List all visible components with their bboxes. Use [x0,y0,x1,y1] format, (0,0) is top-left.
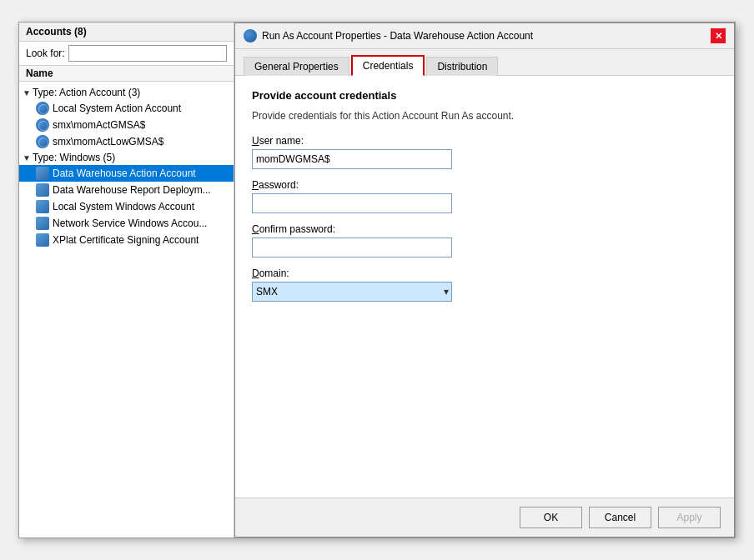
password-group: Password: [252,179,717,213]
list-item[interactable]: Data Warehouse Report Deploym... [19,182,234,198]
confirm-password-input[interactable] [252,238,452,258]
tab-general-properties[interactable]: General Properties [244,57,349,76]
password-label: Password: [252,179,717,191]
list-item[interactable]: XPlat Certificate Signing Account [19,232,234,248]
domain-group: Domain: SMX [252,268,717,302]
cancel-button[interactable]: Cancel [589,507,651,528]
globe-icon [36,102,49,115]
dialog-buttons: OK Cancel Apply [235,498,734,537]
dialog-content: Provide account credentials Provide cred… [235,76,734,498]
ok-button[interactable]: OK [520,507,582,528]
dialog-title-text: Run As Account Properties - Data Warehou… [262,30,706,42]
group-label: Type: Windows (5) [33,152,115,163]
domain-label: Domain: [252,268,717,279]
account-icon [36,200,49,213]
item-text: Data Warehouse Report Deploym... [53,184,211,196]
item-text: Data Warehouse Action Account [53,168,196,179]
column-header-name: Name [19,66,234,82]
item-text: smx\momActLowGMSA$ [53,136,163,148]
section-description: Provide credentials for this Action Acco… [252,110,717,122]
item-text: XPlat Certificate Signing Account [53,234,199,246]
list-item[interactable]: Network Service Windows Accou... [19,215,234,232]
apply-button[interactable]: Apply [658,507,721,528]
dialog-close-button[interactable]: ✕ [711,28,726,43]
collapse-icon: ▼ [23,153,31,162]
look-for-input[interactable] [68,45,227,62]
list-item[interactable]: Local System Windows Account [19,198,234,215]
username-group: User name: [252,135,717,169]
dialog-titlebar: Run As Account Properties - Data Warehou… [235,23,734,49]
look-for-label: Look for: [26,48,65,59]
accounts-header: Accounts (8) [19,22,234,42]
list-item[interactable]: Data Warehouse Action Account [19,165,234,182]
account-icon [36,217,49,230]
item-text: Local System Windows Account [53,201,194,212]
group-action-account[interactable]: ▼ Type: Action Account (3) [19,85,234,100]
password-input[interactable] [252,193,452,213]
account-icon [36,233,49,247]
accounts-panel: Accounts (8) Look for: Name ▼ Type: Acti… [19,22,234,538]
list-item[interactable]: Local System Action Account [19,100,234,117]
tabs-bar: General Properties Credentials Distribut… [235,49,734,76]
dialog-title-icon [244,29,257,42]
item-text: Local System Action Account [53,102,181,114]
collapse-icon: ▼ [23,88,31,98]
item-text: smx\momActGMSA$ [53,119,145,131]
account-icon [36,183,49,197]
item-text: Network Service Windows Accou... [53,218,207,229]
tab-distribution[interactable]: Distribution [426,57,498,76]
group-windows[interactable]: ▼ Type: Windows (5) [19,150,234,165]
tree-list: ▼ Type: Action Account (3) Local System … [19,82,234,538]
account-icon [36,167,49,180]
username-input[interactable] [252,149,452,169]
look-for-row: Look for: [19,42,234,66]
domain-select[interactable]: SMX [252,282,452,302]
confirm-password-group: Confirm password: [252,223,717,258]
group-label: Type: Action Account (3) [33,87,140,98]
username-label: User name: [252,135,717,147]
tab-credentials[interactable]: Credentials [351,55,425,76]
globe-icon [36,135,49,148]
list-item[interactable]: smx\momActGMSA$ [19,117,234,133]
domain-wrapper: SMX [252,282,452,302]
section-title: Provide account credentials [252,89,717,102]
dialog-panel: Run As Account Properties - Data Warehou… [234,22,735,538]
confirm-password-label: Confirm password: [252,223,717,235]
list-item[interactable]: smx\momActLowGMSA$ [19,133,234,150]
globe-icon [36,118,49,132]
